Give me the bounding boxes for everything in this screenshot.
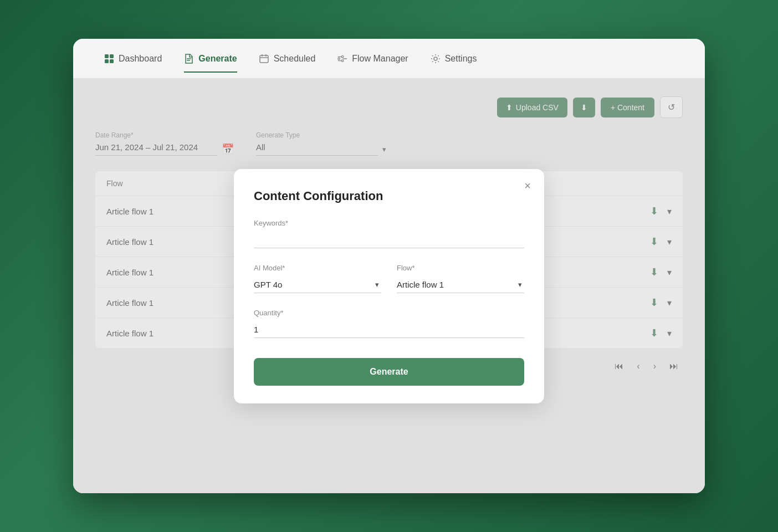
ai-model-select-wrapper: GPT 4o GPT 3.5 Claude 3 Gemini Pro ▾ bbox=[254, 277, 381, 293]
flow-icon bbox=[337, 54, 347, 64]
svg-point-15 bbox=[338, 58, 340, 60]
nav-label-dashboard: Dashboard bbox=[119, 54, 162, 64]
ai-model-select[interactable]: GPT 4o GPT 3.5 Claude 3 Gemini Pro bbox=[254, 277, 381, 293]
ai-model-label: AI Model* bbox=[254, 264, 381, 272]
ai-model-field: AI Model* GPT 4o GPT 3.5 Claude 3 Gemini… bbox=[254, 264, 381, 293]
nav-item-scheduled[interactable]: Scheduled bbox=[250, 49, 325, 68]
flow-select-wrapper: Article flow 1 Article flow 2 Article fl… bbox=[397, 277, 524, 293]
svg-rect-2 bbox=[105, 59, 109, 63]
close-icon: × bbox=[524, 180, 531, 192]
flow-label: Flow* bbox=[397, 264, 524, 272]
nav-item-dashboard[interactable]: Dashboard bbox=[95, 49, 171, 68]
file-icon bbox=[184, 54, 194, 64]
nav-label-scheduled: Scheduled bbox=[274, 54, 316, 64]
modal-close-button[interactable]: × bbox=[524, 180, 531, 191]
svg-point-16 bbox=[434, 57, 437, 60]
quantity-input[interactable] bbox=[254, 321, 524, 338]
svg-point-13 bbox=[341, 55, 344, 58]
gear-icon bbox=[431, 54, 441, 64]
keywords-field: Keywords* bbox=[254, 219, 524, 248]
quantity-label: Quantity* bbox=[254, 309, 524, 317]
nav-label-generate: Generate bbox=[198, 54, 237, 64]
svg-rect-0 bbox=[105, 54, 109, 58]
quantity-field: Quantity* bbox=[254, 309, 524, 338]
app-window: Dashboard Generate bbox=[73, 39, 705, 493]
nav-bar: Dashboard Generate bbox=[73, 39, 705, 79]
modal-overlay: Content Configuration × Keywords* AI Mod… bbox=[73, 79, 705, 493]
modal-title: Content Configuration bbox=[254, 189, 524, 203]
svg-rect-1 bbox=[110, 54, 114, 58]
grid-icon bbox=[104, 54, 114, 64]
main-content: ⬆ Upload CSV ⬇ + Content ↺ Date Range* J… bbox=[73, 79, 705, 493]
nav-label-settings: Settings bbox=[445, 54, 477, 64]
keywords-input[interactable] bbox=[254, 232, 524, 248]
model-flow-row: AI Model* GPT 4o GPT 3.5 Claude 3 Gemini… bbox=[254, 264, 524, 293]
flow-select[interactable]: Article flow 1 Article flow 2 Article fl… bbox=[397, 277, 524, 293]
svg-point-14 bbox=[341, 59, 344, 62]
keywords-label: Keywords* bbox=[254, 219, 524, 227]
svg-rect-6 bbox=[260, 55, 268, 63]
svg-rect-3 bbox=[110, 59, 114, 63]
nav-label-flow-manager: Flow Manager bbox=[352, 54, 408, 64]
content-configuration-modal: Content Configuration × Keywords* AI Mod… bbox=[234, 169, 544, 403]
nav-item-flow-manager[interactable]: Flow Manager bbox=[329, 49, 417, 68]
calendar-icon bbox=[259, 54, 269, 64]
nav-item-generate[interactable]: Generate bbox=[175, 49, 245, 68]
generate-button-label: Generate bbox=[370, 367, 408, 376]
flow-field: Flow* Article flow 1 Article flow 2 Arti… bbox=[397, 264, 524, 293]
nav-item-settings[interactable]: Settings bbox=[422, 49, 486, 68]
generate-button[interactable]: Generate bbox=[254, 358, 524, 386]
